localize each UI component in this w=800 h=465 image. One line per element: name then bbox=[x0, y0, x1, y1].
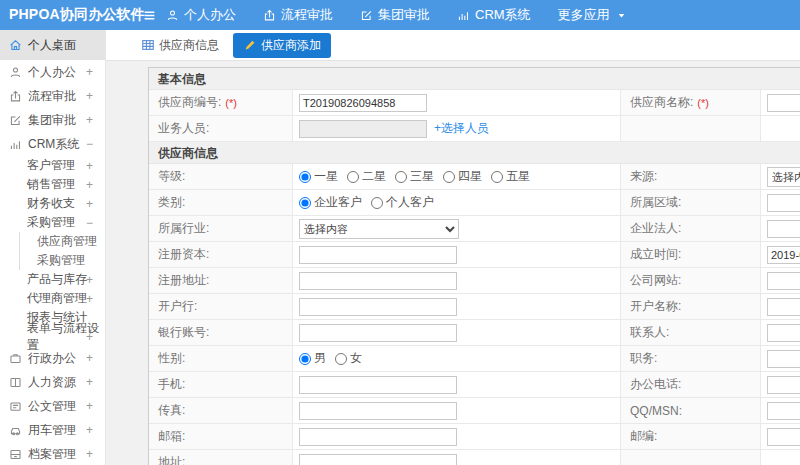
radio-option[interactable]: 男 bbox=[299, 350, 326, 367]
chart-icon bbox=[9, 138, 22, 151]
field-label-text: 所属行业: bbox=[158, 220, 209, 237]
form-text-input[interactable] bbox=[299, 324, 457, 342]
form-text-input[interactable] bbox=[767, 194, 800, 212]
form-select[interactable]: 选择内容 bbox=[767, 167, 800, 187]
form-text-input[interactable] bbox=[299, 402, 457, 420]
form-text-input[interactable] bbox=[299, 428, 457, 446]
radio-option[interactable]: 四星 bbox=[443, 168, 482, 185]
expand-toggle-icon[interactable]: + bbox=[86, 330, 93, 344]
sidebar-item[interactable]: 代理商管理+ bbox=[0, 289, 105, 308]
expand-toggle-icon[interactable]: + bbox=[86, 375, 93, 389]
radio-input[interactable] bbox=[347, 171, 359, 183]
form-text-input[interactable] bbox=[767, 94, 800, 112]
sidebar-item[interactable]: CRM系统− bbox=[0, 132, 105, 156]
sidebar-item[interactable]: 销售管理+ bbox=[0, 175, 105, 194]
expand-toggle-icon[interactable]: − bbox=[86, 137, 93, 151]
select-person-link[interactable]: +选择人员 bbox=[434, 120, 489, 137]
form-text-input[interactable] bbox=[767, 220, 800, 238]
radio-option-label: 企业客户 bbox=[314, 194, 362, 211]
radio-option[interactable]: 二星 bbox=[347, 168, 386, 185]
radio-input[interactable] bbox=[299, 197, 311, 209]
sidebar-item[interactable]: 行政办公+ bbox=[0, 346, 105, 370]
field-label-text: 传真: bbox=[158, 402, 185, 419]
radio-input[interactable] bbox=[299, 353, 311, 365]
sidebar-item[interactable]: 财务收支+ bbox=[0, 194, 105, 213]
form-text-input[interactable] bbox=[767, 376, 800, 394]
radio-input[interactable] bbox=[371, 197, 383, 209]
radio-option[interactable]: 个人客户 bbox=[371, 194, 434, 211]
sidebar-item[interactable]: 个人桌面 bbox=[0, 30, 105, 60]
tab-supplier-add[interactable]: 供应商添加 bbox=[233, 33, 331, 58]
form-text-input[interactable] bbox=[767, 272, 800, 290]
sidebar-item[interactable]: 人力资源+ bbox=[0, 370, 105, 394]
user-icon bbox=[9, 66, 22, 79]
expand-toggle-icon[interactable]: + bbox=[86, 65, 93, 79]
radio-option-label: 三星 bbox=[410, 168, 434, 185]
row-label: 银行账号: bbox=[149, 320, 293, 345]
topnav-item[interactable]: CRM系统 bbox=[457, 6, 531, 24]
form-text-input[interactable] bbox=[767, 428, 800, 446]
topbar-nav: 个人办公流程审批集团审批CRM系统更多应用 bbox=[166, 6, 655, 24]
sidebar-item[interactable]: 个人办公+ bbox=[0, 60, 105, 84]
sidebar-item[interactable]: 用车管理+ bbox=[0, 418, 105, 442]
person-picker-input[interactable] bbox=[299, 120, 427, 138]
sidebar-item-label: 供应商管理 bbox=[37, 233, 97, 250]
expand-toggle-icon[interactable]: + bbox=[86, 89, 93, 103]
form-text-input[interactable] bbox=[299, 272, 457, 290]
menu-toggle-icon[interactable] bbox=[132, 9, 166, 22]
topnav-item-label: 流程审批 bbox=[281, 6, 333, 24]
expand-toggle-icon[interactable]: + bbox=[86, 178, 93, 192]
radio-option[interactable]: 女 bbox=[335, 350, 362, 367]
topnav-item[interactable]: 流程审批 bbox=[263, 6, 333, 24]
row-field bbox=[761, 398, 800, 423]
radio-input[interactable] bbox=[395, 171, 407, 183]
row-label: 类别: bbox=[149, 190, 293, 215]
field-label-text: QQ/MSN: bbox=[630, 404, 682, 418]
expand-toggle-icon[interactable]: + bbox=[86, 423, 93, 437]
expand-toggle-icon[interactable]: + bbox=[86, 447, 93, 461]
expand-toggle-icon[interactable]: + bbox=[86, 351, 93, 365]
topnav-item[interactable]: 个人办公 bbox=[166, 6, 236, 24]
expand-toggle-icon[interactable]: + bbox=[86, 113, 93, 127]
radio-input[interactable] bbox=[335, 353, 347, 365]
sidebar-item[interactable]: 采购管理 bbox=[19, 251, 105, 270]
expand-toggle-icon[interactable]: + bbox=[86, 197, 93, 211]
sidebar-item[interactable]: 档案管理+ bbox=[0, 442, 105, 465]
sidebar-item[interactable]: 表单与流程设置+ bbox=[0, 327, 105, 346]
form-text-input[interactable] bbox=[767, 324, 800, 342]
topnav-item[interactable]: 更多应用 bbox=[558, 6, 628, 24]
share-icon bbox=[263, 9, 276, 22]
form-text-input[interactable] bbox=[767, 350, 800, 368]
radio-input[interactable] bbox=[443, 171, 455, 183]
form-text-input[interactable] bbox=[299, 454, 457, 465]
sidebar-item[interactable]: 供应商管理 bbox=[19, 232, 105, 251]
form-text-input[interactable] bbox=[767, 298, 800, 316]
radio-input[interactable] bbox=[299, 171, 311, 183]
radio-option[interactable]: 企业客户 bbox=[299, 194, 362, 211]
topnav-item[interactable]: 集团审批 bbox=[360, 6, 430, 24]
sidebar-item[interactable]: 客户管理+ bbox=[0, 156, 105, 175]
radio-option[interactable]: 三星 bbox=[395, 168, 434, 185]
expand-toggle-icon[interactable]: + bbox=[86, 399, 93, 413]
form-text-input[interactable] bbox=[299, 246, 457, 264]
sidebar-item[interactable]: 流程审批+ bbox=[0, 84, 105, 108]
form-text-input[interactable] bbox=[767, 246, 800, 264]
sidebar-item[interactable]: 公文管理+ bbox=[0, 394, 105, 418]
form-text-input[interactable] bbox=[299, 298, 457, 316]
expand-toggle-icon[interactable]: + bbox=[86, 292, 93, 306]
sidebar-item[interactable]: 集团审批+ bbox=[0, 108, 105, 132]
radio-option[interactable]: 五星 bbox=[491, 168, 530, 185]
form-text-input[interactable] bbox=[299, 376, 457, 394]
form-text-input[interactable] bbox=[299, 94, 427, 112]
sidebar-item[interactable]: 产品与库存+ bbox=[0, 270, 105, 289]
sidebar-item[interactable]: 采购管理− bbox=[0, 213, 105, 232]
expand-toggle-icon[interactable]: + bbox=[86, 159, 93, 173]
radio-option[interactable]: 一星 bbox=[299, 168, 338, 185]
form-text-input[interactable] bbox=[767, 402, 800, 420]
expand-toggle-icon[interactable]: − bbox=[86, 216, 93, 230]
radio-input[interactable] bbox=[491, 171, 503, 183]
tab-supplier-info[interactable]: 供应商信息 bbox=[133, 34, 227, 57]
form-select[interactable]: 选择内容 bbox=[299, 219, 459, 239]
sidebar-item-label: 个人桌面 bbox=[28, 37, 76, 54]
expand-toggle-icon[interactable]: + bbox=[86, 273, 93, 287]
